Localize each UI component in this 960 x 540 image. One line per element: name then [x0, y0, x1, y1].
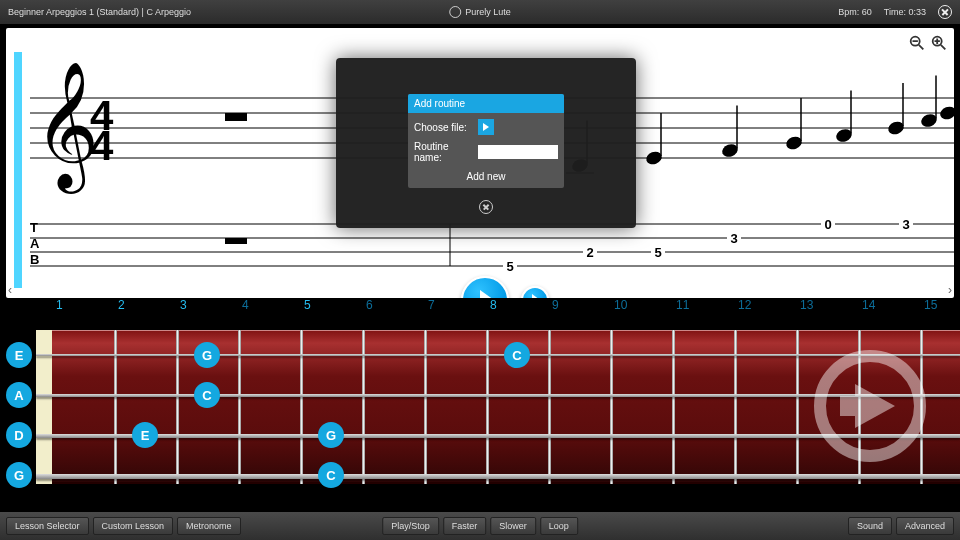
open-string-label: G: [6, 462, 32, 488]
custom-lesson-button[interactable]: Custom Lesson: [93, 517, 174, 535]
topbar: Beginner Arpeggios 1 (Standard) | C Arpe…: [0, 0, 960, 24]
bpm-label: Bpm: 60: [838, 7, 872, 17]
zoom-out-icon[interactable]: [908, 34, 926, 52]
fret-note: E: [132, 422, 158, 448]
advanced-button[interactable]: Advanced: [896, 517, 954, 535]
logo-label: Purely Lute: [465, 7, 511, 17]
metronome-button[interactable]: Metronome: [177, 517, 241, 535]
svg-marker-56: [840, 384, 895, 428]
fret-number: 3: [180, 298, 242, 318]
play-stop-button[interactable]: Play/Stop: [382, 517, 439, 535]
play-icon: [480, 290, 494, 298]
fret-number: 1: [56, 298, 118, 318]
zoom-controls: [908, 34, 948, 52]
fret-note: G: [318, 422, 344, 448]
svg-text:T: T: [30, 220, 38, 235]
play-step-button[interactable]: [521, 286, 549, 298]
fret-number: 7: [428, 298, 490, 318]
fret-number: 15: [924, 298, 960, 318]
scroll-left-icon[interactable]: ‹: [8, 283, 12, 297]
dialog-close-icon[interactable]: [479, 200, 493, 214]
open-string-label: E: [6, 342, 32, 368]
svg-text:3: 3: [730, 231, 737, 246]
fret-number: 6: [366, 298, 428, 318]
svg-text:A: A: [30, 236, 40, 251]
logo-icon: [449, 6, 461, 18]
add-new-button[interactable]: Add new: [414, 169, 558, 186]
bottombar: Lesson SelectorCustom LessonMetronome Pl…: [0, 512, 960, 540]
open-string-label: D: [6, 422, 32, 448]
lesson-title: Beginner Arpeggios 1 (Standard) | C Arpe…: [8, 7, 191, 17]
svg-line-1: [919, 45, 924, 50]
play-icon: [532, 294, 540, 298]
playhead-strip: [14, 52, 22, 288]
svg-rect-41: [225, 238, 247, 244]
fret-number: 9: [552, 298, 614, 318]
fret-number: 2: [118, 298, 180, 318]
fret-note: G: [194, 342, 220, 368]
advance-arrow-icon[interactable]: [810, 346, 930, 466]
play-icon: [483, 123, 489, 131]
string: [36, 474, 960, 479]
score-area: 𝄞 4 4 T A B 525303 ‹ ›: [6, 28, 954, 298]
svg-text:5: 5: [654, 245, 661, 260]
fret-number: 8: [490, 298, 552, 318]
app-logo: Purely Lute: [449, 6, 511, 18]
close-icon[interactable]: [938, 5, 952, 19]
choose-file-button[interactable]: [478, 119, 494, 135]
fret-number-row: 123456789101112131415: [0, 298, 960, 318]
svg-point-32: [938, 105, 954, 122]
add-routine-dialog: Add routine Choose file: Routine name: A…: [336, 58, 636, 228]
svg-line-4: [941, 45, 946, 50]
lesson-selector-button[interactable]: Lesson Selector: [6, 517, 89, 535]
zoom-in-icon[interactable]: [930, 34, 948, 52]
svg-text:5: 5: [506, 259, 513, 274]
fret-number: 12: [738, 298, 800, 318]
svg-rect-15: [225, 113, 247, 121]
time-label: Time: 0:33: [884, 7, 926, 17]
routine-name-input[interactable]: [478, 145, 558, 159]
svg-text:0: 0: [824, 218, 831, 232]
dialog-title: Add routine: [408, 94, 564, 113]
fret-number: 13: [800, 298, 862, 318]
fret-number: 4: [242, 298, 304, 318]
fretboard: EADGGCEGCC: [0, 318, 960, 494]
svg-text:B: B: [30, 252, 39, 267]
loop-button[interactable]: Loop: [540, 517, 578, 535]
svg-text:4: 4: [90, 122, 114, 169]
scroll-right-icon[interactable]: ›: [948, 283, 952, 297]
fret-number: 5: [304, 298, 366, 318]
fret-number: 11: [676, 298, 738, 318]
slower-button[interactable]: Slower: [490, 517, 536, 535]
svg-text:3: 3: [902, 218, 909, 232]
svg-text:2: 2: [586, 245, 593, 260]
play-button[interactable]: [461, 276, 509, 298]
fret-number: 14: [862, 298, 924, 318]
choose-file-label: Choose file:: [414, 122, 472, 133]
routine-name-label: Routine name:: [414, 141, 472, 163]
fret-number: 10: [614, 298, 676, 318]
fret-note: C: [504, 342, 530, 368]
fret-note: C: [318, 462, 344, 488]
open-string-label: A: [6, 382, 32, 408]
fret-note: C: [194, 382, 220, 408]
sound-button[interactable]: Sound: [848, 517, 892, 535]
faster-button[interactable]: Faster: [443, 517, 487, 535]
